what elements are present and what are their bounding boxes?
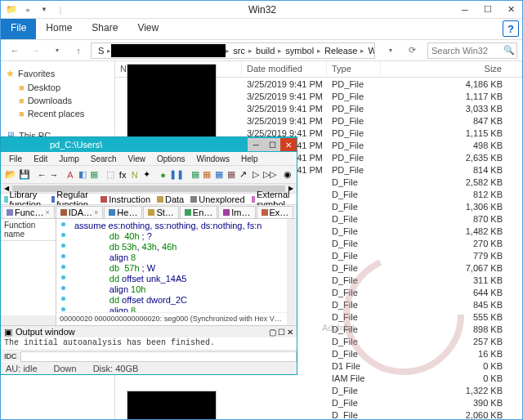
tab-home[interactable]: Home xyxy=(36,19,82,39)
run-icon[interactable]: ● xyxy=(158,168,169,182)
tab-view[interactable]: View xyxy=(127,19,168,39)
tool-h-icon[interactable]: ▦ xyxy=(190,168,201,182)
ida-view-tab[interactable]: Func… × xyxy=(2,206,55,218)
ida-minimize-button[interactable]: ─ xyxy=(248,138,264,151)
up-button[interactable]: ↑ xyxy=(69,42,87,59)
tool-c-icon[interactable]: ▦ xyxy=(89,168,101,182)
tab-share[interactable]: Share xyxy=(82,19,127,39)
tab-close-icon[interactable]: × xyxy=(94,208,98,217)
disasm-line[interactable]: align 8 xyxy=(74,252,288,263)
disassembly-pane[interactable]: assume es:nothing, ss:nothing, ds:nothin… xyxy=(56,219,297,325)
back-button[interactable]: ← xyxy=(6,42,24,59)
refresh-icon[interactable]: ⟳ xyxy=(403,42,421,59)
qat-properties-icon[interactable]: ▫ xyxy=(20,2,35,17)
ida-view-tab[interactable]: En… xyxy=(180,206,217,218)
gutter-dot xyxy=(61,265,65,269)
save-icon[interactable]: 💾 xyxy=(18,168,31,182)
output-expand-icon[interactable]: ▣ xyxy=(4,327,12,337)
tool-m-icon[interactable]: ◉ xyxy=(282,168,293,182)
output-max-icon[interactable]: ☐ xyxy=(278,328,285,337)
close-button[interactable]: ✕ xyxy=(499,2,522,18)
tool-g-icon[interactable]: ✦ xyxy=(141,168,153,182)
fwd-button[interactable]: → xyxy=(27,42,45,59)
tool-e-icon[interactable]: fx xyxy=(117,168,128,182)
ida-view-tab[interactable]: St… xyxy=(143,206,178,218)
help-icon[interactable]: ? xyxy=(503,20,519,37)
ida-menu-windows[interactable]: Windows xyxy=(191,154,235,164)
ida-view-tab[interactable]: Ex… xyxy=(257,206,294,218)
tool-l-icon[interactable]: ↗ xyxy=(238,168,249,182)
ida-view-tab[interactable]: He… xyxy=(104,206,142,218)
tab-file[interactable]: File xyxy=(1,19,36,39)
ida-menu-file[interactable]: File xyxy=(4,154,27,164)
col-date[interactable]: Date modified xyxy=(242,61,327,77)
nav-recent[interactable]: ■Recent places xyxy=(4,107,111,120)
file-size: 16 KB xyxy=(381,349,522,359)
disasm-line[interactable]: db 57h ; W xyxy=(74,263,288,274)
nav-favorites[interactable]: ★Favorites xyxy=(4,66,111,81)
search-box[interactable]: 🔍 xyxy=(427,42,517,59)
disasm-line[interactable]: align 10h xyxy=(74,284,288,295)
file-size: 3,033 KB xyxy=(381,104,522,114)
status-au: AU: idle xyxy=(6,364,38,373)
functions-scrollbar[interactable] xyxy=(1,315,56,325)
output-pin-icon[interactable]: ▢ xyxy=(269,328,276,337)
ida-maximize-button[interactable]: ☐ xyxy=(264,138,280,151)
tool-j-icon[interactable]: ▦ xyxy=(213,168,225,182)
crumb-drive[interactable]: S xyxy=(95,46,107,56)
crumb-symbol[interactable]: symbol xyxy=(282,46,317,56)
functions-header[interactable]: Function name xyxy=(1,219,56,241)
search-input[interactable] xyxy=(431,46,503,56)
file-thumbnail-redacted-2[interactable] xyxy=(127,391,217,419)
qat-dropdown-icon[interactable]: ▼ xyxy=(37,2,51,17)
tool-b-icon[interactable]: ◧ xyxy=(77,168,88,182)
disasm-line[interactable]: db 40h ; ? xyxy=(74,231,288,242)
fwd-icon[interactable]: → xyxy=(48,168,60,182)
tab-close-icon[interactable]: × xyxy=(45,208,49,217)
ida-menu-help[interactable]: Help xyxy=(236,154,263,164)
disasm-line[interactable]: assume es:nothing, ss:nothing, ds:nothin… xyxy=(74,221,288,231)
back-icon[interactable]: ← xyxy=(36,168,47,182)
disasm-scrollbar[interactable] xyxy=(287,219,297,325)
ida-view-tab[interactable]: Im… xyxy=(218,206,255,218)
tool-f-icon[interactable]: N xyxy=(129,168,141,182)
search-icon[interactable]: 🔍 xyxy=(503,45,515,56)
nav-downloads[interactable]: ■Downloads xyxy=(4,94,111,107)
ida-menu-jump[interactable]: Jump xyxy=(54,154,83,164)
ida-view-tab[interactable]: IDA… × xyxy=(56,206,104,218)
file-type: D_File xyxy=(327,190,381,199)
pause-icon[interactable]: ❚❚ xyxy=(169,168,184,182)
recent-dropdown[interactable]: ▾ xyxy=(48,42,66,59)
disasm-line[interactable]: dd offset dword_2C xyxy=(74,295,288,306)
breadcrumb-box[interactable]: S▸ ▸ src▸ build▸ symbol▸ Release▸ Win32 xyxy=(91,42,375,59)
ida-menu-edit[interactable]: Edit xyxy=(29,154,52,164)
ida-menu-search[interactable]: Search xyxy=(86,154,122,164)
ida-menu-options[interactable]: Options xyxy=(152,154,190,164)
crumb-release[interactable]: Release xyxy=(321,46,360,56)
open-icon[interactable]: 📂 xyxy=(4,168,17,182)
step-icon[interactable]: ▷▷ xyxy=(262,168,277,182)
crumb-redacted[interactable] xyxy=(111,44,226,57)
cmd-input[interactable] xyxy=(20,351,297,362)
ida-close-button[interactable]: ✕ xyxy=(280,138,297,151)
crumb-build[interactable]: build xyxy=(253,46,278,56)
play-icon[interactable]: ▷ xyxy=(250,168,262,182)
tool-a-icon[interactable]: A xyxy=(65,168,76,182)
crumb-src[interactable]: src xyxy=(230,46,248,56)
ida-menu-view[interactable]: View xyxy=(123,154,151,164)
crumb-win32[interactable]: Win32 xyxy=(364,46,375,56)
addr-dropdown-icon[interactable]: ▾ xyxy=(382,42,400,59)
disasm-line[interactable]: dd offset unk_14A5 xyxy=(74,274,288,284)
file-thumbnail-redacted[interactable] xyxy=(127,64,217,141)
col-size[interactable]: Size xyxy=(381,61,522,77)
maximize-button[interactable]: ☐ xyxy=(476,2,499,18)
nav-desktop[interactable]: ■Desktop xyxy=(4,81,111,94)
col-type[interactable]: Type xyxy=(327,61,381,77)
folder-icon: ■ xyxy=(19,96,25,105)
minimize-button[interactable]: ─ xyxy=(454,2,476,18)
tool-k-icon[interactable]: ▦ xyxy=(226,168,237,182)
disasm-line[interactable]: db 53h, 43h, 46h xyxy=(74,242,288,252)
tool-i-icon[interactable]: ▦ xyxy=(202,168,213,182)
tool-d-icon[interactable]: ⬚ xyxy=(105,168,117,182)
output-close-icon[interactable]: ✕ xyxy=(287,328,293,337)
